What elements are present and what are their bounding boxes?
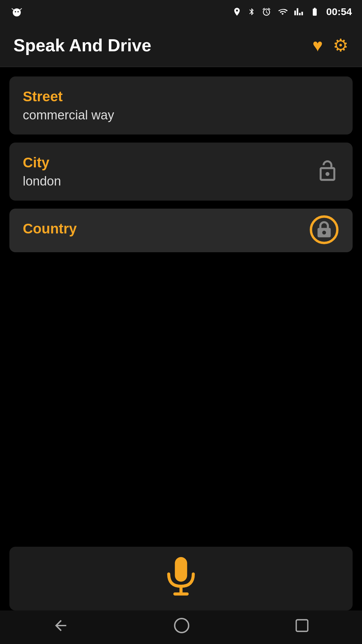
microphone-icon <box>163 557 199 600</box>
status-bar-left <box>10 5 23 18</box>
svg-point-9 <box>322 231 326 234</box>
navigation-bar <box>0 610 362 644</box>
app-header: Speak And Drive <box>0 23 362 67</box>
recents-button[interactable] <box>284 614 320 640</box>
alarm-icon <box>262 7 271 16</box>
country-lock-svg <box>309 215 339 245</box>
status-bar: 00:54 <box>0 0 362 23</box>
country-field-label: Country <box>23 221 339 237</box>
svg-point-4 <box>17 11 19 12</box>
svg-point-13 <box>175 619 189 633</box>
battery-icon <box>309 7 320 16</box>
status-time: 00:54 <box>326 6 352 17</box>
country-lock-icon[interactable] <box>309 215 339 246</box>
city-field-value: london <box>23 174 339 189</box>
settings-button[interactable] <box>333 35 349 55</box>
app-title: Speak And Drive <box>13 35 151 55</box>
main-content: Street commercial way City london Countr… <box>0 67 362 270</box>
mic-button-area[interactable] <box>9 547 353 610</box>
city-field-label: City <box>23 155 339 171</box>
bluetooth-icon <box>248 7 256 16</box>
svg-rect-10 <box>175 557 187 582</box>
street-field-value: commercial way <box>23 108 339 122</box>
city-lock-svg <box>316 159 339 183</box>
svg-point-3 <box>15 11 16 12</box>
signal-icon <box>294 7 303 16</box>
city-field-card[interactable]: City london <box>9 143 353 201</box>
svg-rect-14 <box>296 620 308 632</box>
favorites-button[interactable] <box>312 35 323 55</box>
back-button[interactable] <box>42 614 79 641</box>
street-field-label: Street <box>23 89 339 105</box>
location-icon <box>232 7 242 16</box>
street-field-card[interactable]: Street commercial way <box>9 76 353 135</box>
home-button[interactable] <box>163 614 200 641</box>
city-lock-icon[interactable] <box>316 159 339 184</box>
country-field-card[interactable]: Country <box>9 209 353 252</box>
wifi-icon <box>277 7 288 16</box>
status-bar-right: 00:54 <box>232 6 352 17</box>
header-icons <box>312 35 349 55</box>
android-icon <box>10 5 23 18</box>
